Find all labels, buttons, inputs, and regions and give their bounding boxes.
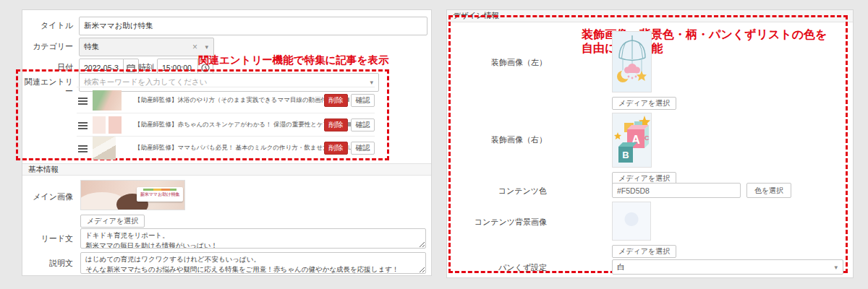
title-label: タイトル xyxy=(22,21,73,30)
chevron-down-icon: ▾ xyxy=(370,79,373,86)
chevron-down-icon: ▾ xyxy=(205,43,208,51)
main-image-preview: 新米ママお助け特集 xyxy=(80,180,185,210)
annotation-related-entries: 関連エントリー機能で特集に記事を表示 xyxy=(198,53,388,67)
select-media-button[interactable]: メディアを選択 xyxy=(80,215,145,228)
svg-text:C: C xyxy=(644,134,650,142)
deco-image-left-label: 装飾画像（左） xyxy=(447,58,547,67)
confirm-entry-button[interactable]: 確認 xyxy=(351,142,375,155)
date-label: 日付 xyxy=(22,63,73,72)
search-placeholder: 検索キーワードを入力してください xyxy=(84,77,207,87)
time-label: 時刻 xyxy=(138,63,156,72)
delete-entry-button[interactable]: 削除 xyxy=(324,142,348,155)
drag-handle-icon[interactable] xyxy=(78,122,88,124)
confirm-entry-button[interactable]: 確認 xyxy=(351,118,375,131)
close-icon[interactable]: × xyxy=(192,42,197,52)
basic-info-header: 基本情報 xyxy=(22,163,431,176)
banner-decoration xyxy=(143,189,176,191)
content-color-label: コンテンツ色 xyxy=(447,186,547,196)
design-info-header: デザイン情報 xyxy=(447,10,853,22)
select-media-button[interactable]: メディアを選択 xyxy=(612,97,676,110)
select-media-button[interactable]: メディアを選択 xyxy=(612,245,676,258)
entry-thumbnail xyxy=(93,116,122,134)
clock-icon xyxy=(201,64,210,72)
content-bg-image-label: コンテンツ背景画像 xyxy=(447,217,547,227)
deco-image-right-label: 装飾画像（右） xyxy=(447,135,547,144)
calendar-icon xyxy=(127,64,135,72)
deco-image-left-preview xyxy=(612,31,652,92)
entry-thumbnail xyxy=(93,137,116,160)
entry-edit-panel: タイトル カテゴリー 特集 × ▾ 日付 時刻 関連エントリー機能で特集に記事を… xyxy=(22,9,432,276)
related-entries-label: 関連エントリー xyxy=(22,77,73,96)
main-image-label: メイン画像 xyxy=(22,192,73,202)
breadcrumb-value: 白 xyxy=(617,262,625,272)
related-entry-row: 【助産師監修】沐浴のやり方（そのまま実践できるママ目線の動画付き）ALL 削除 … xyxy=(77,87,375,113)
related-entry-row: 【助産師監修】赤ちゃんのスキンケアがわかる！ 保湿の重要性とケア方法ALL 削除… xyxy=(77,113,375,136)
banner-ribbon: 新米ママお助け特集 xyxy=(137,187,183,202)
description-textarea[interactable]: はじめての育児はワクワクするけれど不安もいっぱい。 そんな新米ママたちのお悩みや… xyxy=(80,252,426,274)
main-image-photo: 新米ママお助け特集 xyxy=(81,181,184,210)
delete-entry-button[interactable]: 削除 xyxy=(324,94,348,107)
banner-title-text: 新米ママお助け特集 xyxy=(137,191,183,198)
breadcrumb-setting-label: パンくず設定 xyxy=(447,263,547,272)
abc-blocks-illustration: A C B xyxy=(613,113,652,168)
lead-text-textarea[interactable]: ドキドキ育児をリポート。 新米ママの毎日を助ける情報がいっぱい！ xyxy=(80,228,426,249)
description-label: 説明文 xyxy=(22,259,73,268)
entry-title: 【助産師監修】ママもパパも必見！ 基本のミルクの作り方・飲ませ方 xyxy=(135,144,329,151)
entry-thumbnail xyxy=(93,90,122,111)
category-value: 特集 xyxy=(84,42,99,52)
baby-mobile-illustration xyxy=(613,32,652,92)
title-input[interactable] xyxy=(79,17,427,35)
drag-handle-icon[interactable] xyxy=(78,98,88,99)
confirm-entry-button[interactable]: 確認 xyxy=(351,94,375,107)
content-color-input[interactable] xyxy=(612,183,741,198)
design-info-panel: デザイン情報 装飾画像・背景色・柄・パンくずリストの色を 自由に設定可能 装飾画… xyxy=(446,9,854,278)
category-select[interactable]: 特集 × ▾ xyxy=(79,38,214,56)
drag-handle-icon[interactable] xyxy=(78,145,88,147)
chevron-down-icon: ▾ xyxy=(834,264,838,271)
deco-image-right-preview: A C B xyxy=(612,113,652,168)
svg-text:B: B xyxy=(622,150,629,160)
related-entry-row: 【助産師監修】ママもパパも必見！ 基本のミルクの作り方・飲ませ方ALL 削除 確… xyxy=(77,136,375,160)
delete-entry-button[interactable]: 削除 xyxy=(324,118,348,131)
breadcrumb-select[interactable]: 白 ▾ xyxy=(612,259,843,275)
lead-text-label: リード文 xyxy=(22,234,73,243)
entry-title: 【助産師監修】赤ちゃんのスキンケアがわかる！ 保湿の重要性とケア方法 xyxy=(135,121,341,128)
content-bg-image-preview xyxy=(612,202,651,241)
category-label: カテゴリー xyxy=(22,42,73,51)
entry-title: 【助産師監修】沐浴のやり方（そのまま実践できるママ目線の動画付き） xyxy=(135,96,339,103)
color-select-button[interactable]: 色を選択 xyxy=(746,183,791,198)
